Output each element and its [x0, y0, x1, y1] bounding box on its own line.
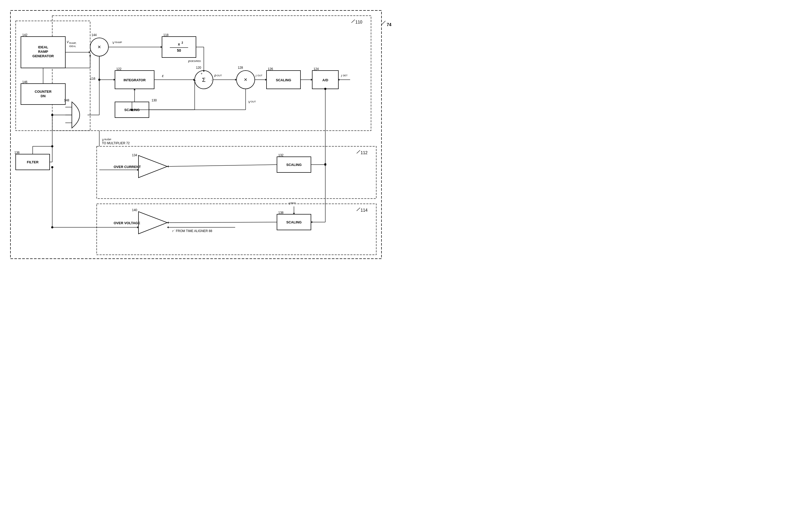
svg-text:OUT: OUT [251, 100, 256, 103]
svg-text:146: 146 [22, 80, 27, 84]
svg-text:124: 124 [314, 67, 319, 71]
svg-text:': ' [108, 137, 108, 141]
svg-text:V: V [248, 100, 251, 104]
svg-marker-124 [167, 165, 169, 168]
svg-text:RAMP: RAMP [38, 50, 48, 54]
svg-text:V: V [289, 202, 291, 205]
svg-text:P: P [214, 74, 216, 78]
svg-text:-: - [211, 78, 212, 82]
svg-text:2: 2 [182, 41, 183, 44]
svg-text:SCALING: SCALING [286, 163, 302, 167]
circuit-diagram: 74 110 112 114 IDEAL RAMP GENERATOR 142 … [0, 0, 394, 266]
svg-text:116: 116 [90, 77, 95, 81]
svg-point-130 [324, 88, 326, 90]
svg-line-131 [167, 222, 277, 222]
svg-text:132: 132 [278, 153, 283, 157]
svg-line-123 [167, 165, 277, 167]
svg-text:OUT: OUT [217, 74, 222, 77]
svg-line-11 [357, 208, 360, 211]
svg-text:120: 120 [196, 66, 201, 69]
svg-text:50: 50 [177, 48, 181, 52]
svg-text:IDEAL: IDEAL [38, 45, 48, 49]
svg-text:BAT: BAT [291, 202, 296, 204]
svg-text:136: 136 [14, 151, 20, 154]
svg-text:RAMP,: RAMP, [69, 42, 76, 44]
svg-point-162 [98, 79, 100, 81]
svg-text:I: I [341, 74, 342, 78]
svg-text:112: 112 [361, 150, 368, 155]
svg-text:DN: DN [41, 94, 46, 98]
svg-text:A/D: A/D [322, 78, 328, 82]
svg-text:r: r [172, 229, 174, 233]
svg-text:RAMP: RAMP [115, 41, 122, 44]
svg-text:×: × [244, 76, 248, 83]
svg-text:130: 130 [152, 99, 157, 102]
svg-text:V: V [112, 41, 115, 45]
svg-text:ε: ε [162, 74, 164, 78]
svg-text:Σ: Σ [202, 77, 206, 83]
svg-text:DESIRED: DESIRED [190, 60, 201, 62]
svg-point-145 [324, 164, 326, 166]
svg-point-149 [51, 166, 53, 168]
svg-text:FROM TIME ALIGNER 88: FROM TIME ALIGNER 88 [176, 229, 212, 233]
svg-point-122 [51, 145, 53, 147]
svg-text:74: 74 [387, 22, 391, 27]
svg-text:114: 114 [361, 208, 368, 212]
svg-text:GENERATOR: GENERATOR [33, 54, 54, 58]
svg-point-150 [51, 226, 53, 228]
svg-text:128: 128 [238, 66, 243, 69]
svg-text:IDEAL: IDEAL [69, 45, 76, 47]
svg-text:148: 148 [64, 99, 69, 102]
svg-text:138: 138 [278, 211, 283, 214]
svg-text:110: 110 [355, 20, 362, 24]
svg-point-119 [51, 114, 53, 116]
svg-text:P: P [188, 60, 190, 64]
svg-text:122: 122 [116, 67, 122, 71]
svg-text:FILTER: FILTER [27, 160, 39, 164]
svg-text:COUNTER: COUNTER [35, 90, 52, 93]
svg-marker-132 [167, 221, 169, 224]
svg-text:TO MULTIPLIER 72: TO MULTIPLIER 72 [102, 141, 130, 145]
diagram-container: 74 110 112 114 IDEAL RAMP GENERATOR 142 … [0, 0, 394, 266]
svg-text:': ' [174, 229, 175, 232]
svg-text:DET: DET [343, 74, 348, 77]
svg-text:OVER VOLTAGE: OVER VOLTAGE [114, 221, 140, 225]
svg-text:SCALING: SCALING [276, 78, 291, 82]
svg-marker-134 [167, 226, 169, 228]
svg-text:134: 134 [132, 153, 137, 157]
svg-rect-22 [162, 37, 196, 58]
svg-text:118: 118 [163, 33, 169, 37]
svg-text:144: 144 [91, 33, 97, 37]
svg-text:126: 126 [268, 67, 273, 71]
svg-text:+: + [201, 72, 203, 76]
svg-text:V: V [67, 40, 69, 44]
svg-text:OUT: OUT [257, 74, 262, 77]
svg-text:x: x [178, 42, 180, 46]
svg-text:142: 142 [22, 33, 27, 37]
svg-marker-73 [89, 55, 91, 56]
svg-text:140: 140 [132, 208, 137, 212]
svg-text:INTEGRATOR: INTEGRATOR [124, 78, 146, 82]
svg-line-5 [352, 20, 355, 23]
svg-text:I: I [256, 74, 257, 78]
svg-line-2 [382, 21, 385, 25]
svg-text:SCALING: SCALING [286, 220, 302, 224]
svg-text:OVER CURRENT: OVER CURRENT [114, 165, 141, 169]
svg-text:×: × [98, 44, 101, 50]
svg-line-8 [357, 150, 360, 153]
